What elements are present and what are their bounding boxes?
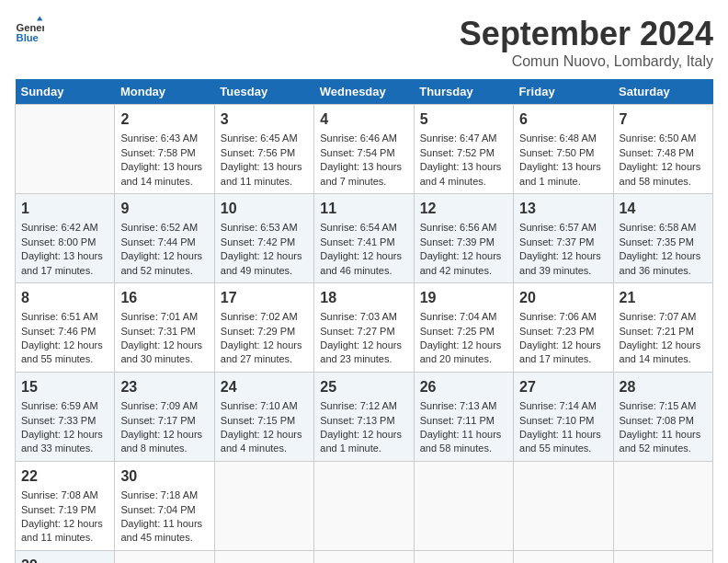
day-number: 30 — [120, 466, 208, 487]
daylight: Daylight: 11 hours and 45 minutes. — [120, 518, 202, 543]
weekday-header-thursday: Thursday — [414, 79, 513, 105]
sunrise: Sunrise: 7:10 AM — [221, 400, 298, 411]
calendar-week-2: 8Sunrise: 6:51 AMSunset: 7:46 PMDaylight… — [16, 282, 713, 372]
day-number: 13 — [519, 199, 607, 219]
title-area: September 2024 Comun Nuovo, Lombardy, It… — [460, 15, 713, 70]
calendar-cell — [613, 461, 712, 550]
daylight: Daylight: 13 hours and 4 minutes. — [420, 161, 502, 186]
sunrise: Sunrise: 6:52 AM — [120, 222, 198, 233]
sunset: Sunset: 7:35 PM — [620, 236, 694, 247]
day-number: 22 — [21, 466, 108, 487]
calendar-cell — [514, 461, 613, 550]
daylight: Daylight: 12 hours and 46 minutes. — [320, 250, 402, 275]
sunrise: Sunrise: 6:53 AM — [221, 222, 298, 233]
day-number: 19 — [420, 288, 507, 308]
day-number: 10 — [221, 199, 308, 219]
daylight: Daylight: 11 hours and 55 minutes. — [519, 429, 601, 454]
calendar-cell: 25Sunrise: 7:12 AMSunset: 7:13 PMDayligh… — [314, 372, 414, 461]
day-number: 27 — [519, 377, 607, 397]
calendar-cell — [16, 105, 115, 194]
sunrise: Sunrise: 6:48 AM — [519, 132, 597, 144]
daylight: Daylight: 12 hours and 11 minutes. — [21, 518, 103, 543]
sunset: Sunset: 7:10 PM — [519, 415, 594, 426]
calendar-cell: 3Sunrise: 6:45 AMSunset: 7:56 PMDaylight… — [214, 105, 313, 194]
sunset: Sunset: 7:46 PM — [21, 326, 96, 337]
calendar-cell: 11Sunrise: 6:54 AMSunset: 7:41 PMDayligh… — [314, 193, 414, 282]
daylight: Daylight: 12 hours and 4 minutes. — [221, 429, 302, 454]
calendar-week-5: 29Sunrise: 7:17 AMSunset: 7:06 PMDayligh… — [16, 550, 713, 563]
daylight: Daylight: 12 hours and 23 minutes. — [320, 339, 402, 364]
logo-icon: General Blue — [15, 15, 44, 44]
sunrise: Sunrise: 6:46 AM — [320, 132, 397, 144]
sunset: Sunset: 7:58 PM — [120, 147, 195, 158]
day-number: 16 — [120, 288, 208, 308]
sunset: Sunset: 7:50 PM — [519, 147, 594, 158]
day-number: 9 — [120, 199, 208, 219]
sunrise: Sunrise: 6:50 AM — [620, 132, 697, 144]
sunrise: Sunrise: 7:04 AM — [420, 311, 497, 322]
daylight: Daylight: 12 hours and 17 minutes. — [519, 339, 601, 364]
calendar-cell: 19Sunrise: 7:04 AMSunset: 7:25 PMDayligh… — [414, 282, 513, 372]
day-number: 25 — [320, 377, 407, 397]
calendar-week-4: 22Sunrise: 7:08 AMSunset: 7:19 PMDayligh… — [16, 461, 713, 550]
daylight: Daylight: 11 hours and 52 minutes. — [620, 429, 701, 454]
daylight: Daylight: 12 hours and 42 minutes. — [420, 250, 502, 275]
sunrise: Sunrise: 7:07 AM — [620, 311, 697, 322]
month-title: September 2024 — [460, 15, 713, 53]
daylight: Daylight: 11 hours and 58 minutes. — [420, 429, 502, 454]
calendar-cell: 14Sunrise: 6:58 AMSunset: 7:35 PMDayligh… — [613, 193, 712, 282]
daylight: Daylight: 12 hours and 30 minutes. — [120, 339, 202, 364]
calendar-cell: 22Sunrise: 7:08 AMSunset: 7:19 PMDayligh… — [16, 461, 115, 550]
sunset: Sunset: 7:31 PM — [120, 326, 195, 337]
sunrise: Sunrise: 7:13 AM — [420, 400, 497, 411]
calendar-cell: 6Sunrise: 6:48 AMSunset: 7:50 PMDaylight… — [514, 105, 613, 194]
sunrise: Sunrise: 7:02 AM — [221, 311, 298, 322]
daylight: Daylight: 13 hours and 11 minutes. — [221, 161, 302, 186]
calendar-cell — [214, 461, 313, 550]
sunrise: Sunrise: 7:09 AM — [120, 400, 198, 411]
location-title: Comun Nuovo, Lombardy, Italy — [460, 53, 713, 70]
daylight: Daylight: 12 hours and 33 minutes. — [21, 429, 103, 454]
calendar-cell — [314, 550, 414, 563]
sunset: Sunset: 7:42 PM — [221, 236, 295, 247]
calendar-cell: 7Sunrise: 6:50 AMSunset: 7:48 PMDaylight… — [613, 105, 712, 194]
calendar-cell — [214, 550, 313, 563]
svg-text:Blue: Blue — [17, 32, 39, 43]
calendar-week-3: 15Sunrise: 6:59 AMSunset: 7:33 PMDayligh… — [16, 372, 713, 461]
calendar-cell: 4Sunrise: 6:46 AMSunset: 7:54 PMDaylight… — [314, 105, 414, 194]
sunrise: Sunrise: 7:15 AM — [620, 400, 697, 411]
sunset: Sunset: 7:17 PM — [120, 415, 195, 426]
sunset: Sunset: 7:48 PM — [620, 147, 694, 158]
day-number: 4 — [320, 109, 407, 130]
sunset: Sunset: 7:41 PM — [320, 236, 394, 247]
day-number: 7 — [620, 109, 707, 130]
daylight: Daylight: 12 hours and 14 minutes. — [620, 339, 701, 364]
svg-text:General: General — [17, 22, 44, 33]
sunset: Sunset: 7:56 PM — [221, 147, 295, 158]
sunset: Sunset: 7:27 PM — [320, 326, 394, 337]
calendar-cell: 2Sunrise: 6:43 AMSunset: 7:58 PMDaylight… — [115, 105, 214, 194]
sunset: Sunset: 7:21 PM — [620, 326, 694, 337]
sunset: Sunset: 7:15 PM — [221, 415, 295, 426]
day-number: 1 — [21, 199, 108, 219]
daylight: Daylight: 13 hours and 17 minutes. — [21, 250, 103, 275]
calendar-table: SundayMondayTuesdayWednesdayThursdayFrid… — [15, 79, 713, 563]
day-number: 2 — [120, 109, 208, 130]
calendar-cell: 23Sunrise: 7:09 AMSunset: 7:17 PMDayligh… — [115, 372, 214, 461]
weekday-header-monday: Monday — [115, 79, 214, 105]
sunset: Sunset: 7:54 PM — [320, 147, 394, 158]
daylight: Daylight: 13 hours and 14 minutes. — [120, 161, 202, 186]
sunrise: Sunrise: 6:43 AM — [120, 132, 198, 144]
calendar-cell — [115, 550, 214, 563]
sunrise: Sunrise: 7:06 AM — [519, 311, 597, 322]
daylight: Daylight: 12 hours and 20 minutes. — [420, 339, 502, 364]
day-number: 17 — [221, 288, 308, 308]
calendar-cell — [514, 550, 613, 563]
daylight: Daylight: 12 hours and 1 minute. — [320, 429, 402, 454]
sunset: Sunset: 7:08 PM — [620, 415, 694, 426]
calendar-cell — [414, 461, 513, 550]
calendar-cell: 12Sunrise: 6:56 AMSunset: 7:39 PMDayligh… — [414, 193, 513, 282]
day-number: 15 — [21, 377, 108, 397]
calendar-cell: 17Sunrise: 7:02 AMSunset: 7:29 PMDayligh… — [214, 282, 313, 372]
sunset: Sunset: 7:13 PM — [320, 415, 394, 426]
